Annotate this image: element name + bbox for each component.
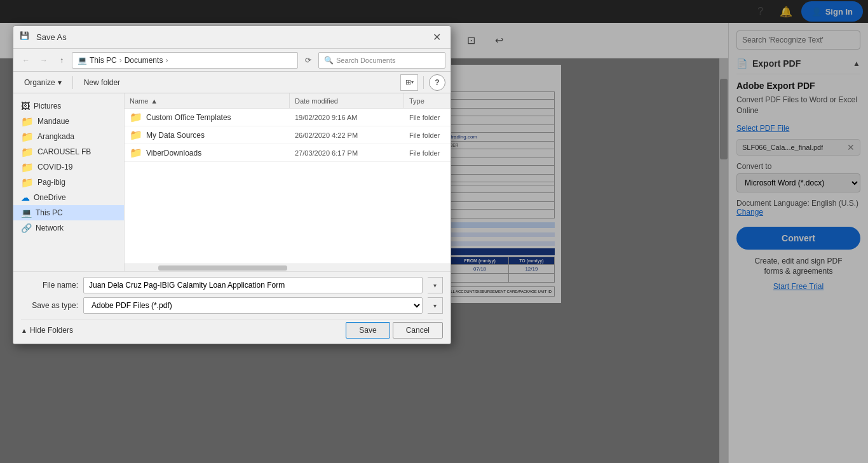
- view-dropdown-icon: ▾: [411, 79, 414, 85]
- file-row-viber[interactable]: 📁 ViberDownloads 27/03/2020 6:17 PM File…: [125, 144, 451, 162]
- nav-path-part-docs[interactable]: Documents: [125, 56, 163, 65]
- sidebar-item-mandaue[interactable]: 📁 Mandaue: [13, 114, 124, 129]
- col-header-type[interactable]: Type: [404, 93, 451, 108]
- folder-icon-custom-office: 📁: [130, 111, 142, 123]
- file-sidebar: 🖼 Pictures 📁 Mandaue 📁 Arangkada 📁 CAROU…: [13, 93, 125, 271]
- dialog-actions: ▲ Hide Folders Save Cancel: [21, 319, 443, 339]
- file-date-custom-office: 19/02/2020 9:16 AM: [290, 114, 404, 121]
- save-button[interactable]: Save: [346, 322, 390, 339]
- toolbar-divider-2: [423, 76, 424, 89]
- sidebar-label-carousel: CAROUSEL FB: [37, 147, 91, 156]
- sidebar-label-pictures: Pictures: [34, 102, 61, 111]
- file-area: Name ▲ Date modified Type 📁 Custom Offic…: [125, 93, 451, 264]
- sidebar-label-arangkada: Arangkada: [37, 132, 74, 141]
- file-h-scrollbar[interactable]: [125, 264, 451, 271]
- pagibig-icon: 📁: [21, 177, 34, 189]
- sidebar-item-pictures[interactable]: 🖼 Pictures: [13, 98, 124, 114]
- mandaue-icon: 📁: [21, 116, 34, 128]
- file-row-custom-office[interactable]: 📁 Custom Office Templates 19/02/2020 9:1…: [125, 109, 451, 126]
- onedrive-icon: ☁: [21, 192, 30, 203]
- hide-folders-label: Hide Folders: [30, 326, 73, 335]
- filename-dropdown-button[interactable]: ▾: [428, 277, 443, 293]
- nav-path-bar: 💻 This PC › Documents ›: [72, 52, 298, 69]
- file-name-data-sources: 📁 My Data Sources: [125, 129, 290, 141]
- savetype-select[interactable]: Adobe PDF Files (*.pdf): [83, 297, 423, 314]
- sidebar-label-pagibig: Pag-ibig: [37, 178, 65, 187]
- nav-path-end: ›: [165, 56, 168, 65]
- sidebar-item-pagibig[interactable]: 📁 Pag-ibig: [13, 175, 124, 190]
- file-row-data-sources[interactable]: 📁 My Data Sources 26/02/2020 4:22 PM Fil…: [125, 126, 451, 144]
- sidebar-label-onedrive: OneDrive: [34, 193, 66, 202]
- savetype-row: Save as type: Adobe PDF Files (*.pdf) ▾: [21, 297, 443, 314]
- file-column-headers: Name ▲ Date modified Type: [125, 93, 451, 109]
- thispc-icon: 💻: [21, 208, 32, 218]
- pictures-icon: 🖼: [21, 101, 30, 111]
- covid-icon: 📁: [21, 161, 34, 173]
- nav-up-button[interactable]: ↑: [54, 53, 69, 68]
- savetype-label: Save as type:: [21, 301, 78, 310]
- dialog-title-bar: 💾 Save As ✕: [13, 26, 451, 49]
- sidebar-item-onedrive[interactable]: ☁ OneDrive: [13, 190, 124, 205]
- file-date-data-sources: 26/02/2020 4:22 PM: [290, 131, 404, 139]
- file-type-custom-office: File folder: [404, 114, 451, 121]
- search-placeholder: Search Documents: [336, 57, 396, 64]
- file-name-viber: 📁 ViberDownloads: [125, 147, 290, 159]
- folder-icon-viber: 📁: [130, 147, 142, 159]
- file-date-viber: 27/03/2020 6:17 PM: [290, 149, 404, 157]
- organize-dropdown-icon: ▾: [58, 78, 62, 87]
- arangkada-icon: 📁: [21, 131, 34, 143]
- sidebar-label-thispc: This PC: [36, 208, 63, 217]
- dialog-overlay: 💾 Save As ✕ ← → ↑ 💻 This PC › Documents …: [0, 0, 868, 463]
- dialog-save-icon: 💾: [20, 31, 32, 44]
- sidebar-item-carousel[interactable]: 📁 CAROUSEL FB: [13, 144, 124, 159]
- sidebar-item-arangkada[interactable]: 📁 Arangkada: [13, 129, 124, 144]
- dialog-nav-bar: ← → ↑ 💻 This PC › Documents › ⟳ 🔍 Search…: [13, 49, 451, 72]
- dialog-title: Save As: [36, 32, 429, 42]
- sort-icon: ▲: [151, 97, 158, 105]
- file-area-wrapper: Name ▲ Date modified Type 📁 Custom Offic…: [125, 93, 451, 271]
- filename-label: File name:: [21, 281, 78, 290]
- folder-icon-data-sources: 📁: [130, 129, 142, 141]
- dialog-help-button[interactable]: ?: [429, 74, 445, 91]
- nav-search-bar[interactable]: 🔍 Search Documents: [318, 52, 445, 69]
- file-type-data-sources: File folder: [404, 131, 451, 139]
- cancel-button[interactable]: Cancel: [393, 322, 443, 339]
- nav-back-button[interactable]: ←: [18, 53, 34, 68]
- sidebar-label-network: Network: [36, 224, 64, 232]
- file-list-container: 🖼 Pictures 📁 Mandaue 📁 Arangkada 📁 CAROU…: [13, 93, 451, 271]
- nav-path-icon: 💻: [78, 56, 87, 65]
- col-header-date[interactable]: Date modified: [290, 93, 404, 108]
- network-icon: 🔗: [21, 223, 32, 233]
- sidebar-item-network[interactable]: 🔗 Network: [13, 220, 124, 236]
- file-type-viber: File folder: [404, 149, 451, 157]
- organize-button[interactable]: Organize ▾: [18, 74, 67, 91]
- toolbar-divider: [72, 76, 73, 89]
- nav-refresh-button[interactable]: ⟳: [301, 53, 316, 68]
- new-folder-button[interactable]: New folder: [78, 74, 126, 91]
- sidebar-label-mandaue: Mandaue: [37, 117, 69, 126]
- file-toolbar: Organize ▾ New folder ⊞ ▾ ?: [13, 72, 451, 93]
- filename-input[interactable]: [83, 277, 423, 293]
- savetype-dropdown-button[interactable]: ▾: [428, 297, 443, 314]
- file-name-custom-office: 📁 Custom Office Templates: [125, 111, 290, 123]
- save-as-dialog: 💾 Save As ✕ ← → ↑ 💻 This PC › Documents …: [13, 25, 451, 344]
- hide-folders-toggle[interactable]: ▲ Hide Folders: [21, 326, 73, 335]
- nav-forward-button[interactable]: →: [36, 53, 51, 68]
- filename-row: File name: ▾: [21, 277, 443, 293]
- sidebar-item-thispc[interactable]: 💻 This PC: [13, 205, 124, 220]
- col-header-name[interactable]: Name ▲: [125, 93, 290, 108]
- h-scroll-thumb: [158, 265, 288, 271]
- nav-path-part-pc[interactable]: This PC: [90, 56, 117, 65]
- view-icon[interactable]: ⊞ ▾: [400, 74, 418, 91]
- sidebar-label-covid: COVID-19: [37, 163, 72, 171]
- hide-folders-chevron: ▲: [21, 327, 27, 334]
- search-icon: 🔍: [324, 56, 334, 65]
- sidebar-item-covid[interactable]: 📁 COVID-19: [13, 159, 124, 175]
- nav-path-separator: ›: [119, 56, 122, 65]
- dialog-bottom-form: File name: ▾ Save as type: Adobe PDF Fil…: [13, 271, 451, 344]
- dialog-close-button[interactable]: ✕: [429, 30, 444, 45]
- carousel-icon: 📁: [21, 146, 34, 158]
